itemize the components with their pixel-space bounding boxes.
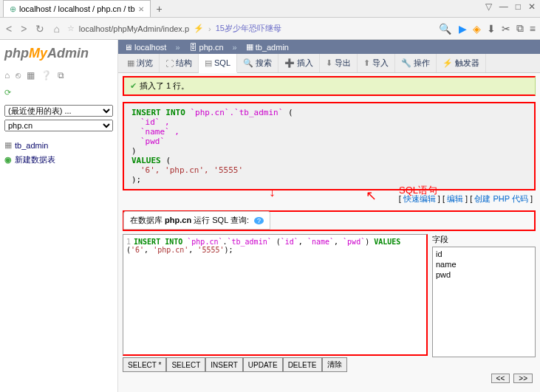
breadcrumb: 🖥 localhost » 🗄 php.cn » ▦ tb_admin [118,40,540,54]
extension-icon[interactable]: ◈ [473,23,481,35]
refresh-row: ⟳ [4,86,113,105]
help-icon[interactable]: ⧉ [58,70,64,80]
search-icon[interactable]: 🔍 [437,23,453,35]
phpmyadmin-logo[interactable]: phpMyAdmin [4,43,113,67]
breadcrumb-server[interactable]: 🖥 localhost [124,42,166,52]
update-button[interactable]: UPDATE [243,357,283,372]
insert-icon: ➕ [284,58,295,68]
recent-tables-select[interactable]: (最近使用的表) ... [4,105,113,117]
shield-icon[interactable]: ▽ [485,1,492,12]
arrow-down-icon: ↓ [269,185,276,200]
new-tab-button[interactable]: + [151,3,168,15]
success-text: 插入了 1 行。 [140,80,189,92]
help-badge-icon[interactable]: ? [254,217,264,224]
query-panel: ↓ 在数据库 php.cn 运行 SQL 查询: ? [123,210,536,231]
tab-import[interactable]: ⬆导入 [358,54,395,72]
operations-icon: 🔧 [401,58,411,68]
prev-button[interactable]: << [491,374,510,383]
sql-icon[interactable]: ▦ [27,70,35,80]
tab-triggers[interactable]: ⚡触发器 [437,54,486,72]
tab-browse[interactable]: ▦浏览 [121,54,160,72]
clear-button[interactable]: 清除 [322,357,347,372]
cut-icon[interactable]: ✂ [502,23,510,35]
tab-sql[interactable]: ▤SQL [199,54,237,73]
insert-button[interactable]: INSERT [205,357,243,372]
tab-close-icon[interactable]: ✕ [138,5,144,13]
import-icon: ⬆ [363,58,370,68]
sql-tab-icon: ▤ [205,58,212,68]
field-item[interactable]: name [436,259,532,269]
browser-tab-active[interactable]: ⊕ localhost / localhost / php.cn / tb ✕ [3,0,151,17]
new-table-button[interactable]: ◉ 新建数据表 [4,151,113,168]
export-icon: ⬇ [326,58,332,68]
create-php-link[interactable]: 创建 PHP 代码 [474,194,528,203]
field-list[interactable]: id name pwd [432,247,536,357]
edit-link[interactable]: 编辑 [447,194,463,203]
copy-icon[interactable]: ⧉ [516,22,524,35]
download-icon[interactable]: ⬇ [487,23,496,35]
db-tree: ▦ tb_admin ◉ 新建数据表 [4,139,113,168]
browser-tabs: ⊕ localhost / localhost / php.cn / tb ✕ … [0,0,540,18]
reload-button[interactable]: ↻ [34,23,46,35]
breadcrumb-db[interactable]: 🗄 php.cn [189,42,224,52]
table-item-tb_admin[interactable]: ▦ tb_admin [4,139,113,151]
globe-icon: ⊕ [10,4,16,14]
menu-icon[interactable]: ≡ [530,23,536,35]
logo-php: php [4,46,29,61]
result-links: [ 快速编辑 ] [ 编辑 ] [ 创建 PHP 代码 ] [118,190,540,207]
logo-admin: Admin [47,46,89,61]
breadcrumb-table[interactable]: ▦ tb_admin [246,42,289,52]
fields-label: 字段 [432,234,536,245]
docs-icon[interactable]: ❔ [41,70,52,80]
breadcrumb-sep: » [233,42,237,52]
database-select[interactable]: php.cn [4,120,113,131]
minimize-button[interactable]: — [499,1,508,12]
sql-editor[interactable]: 1INSERT INTO `php.cn`.`tb_admin` (`id`, … [123,234,428,356]
browser-toolbar: < > ↻ ⌂ ☆ localhost/phpMyAdmin/index.p ⚡… [0,18,540,40]
plus-icon: ◉ [4,155,12,165]
dropdown-icon[interactable]: › [208,24,211,33]
field-nav-buttons: << >> [118,372,540,385]
delete-button[interactable]: DELETE [283,357,322,372]
tab-operations[interactable]: 🔧操作 [395,54,437,72]
field-panel: 字段 id name pwd [432,234,536,357]
arrow-sql-icon: ↖ [366,188,377,204]
logout-icon[interactable]: ⎋ [16,70,21,80]
bookmark-icon[interactable]: ☆ [67,24,75,33]
success-message: ✔ 插入了 1 行。 [123,76,536,96]
field-item[interactable]: pwd [436,269,532,280]
maximize-button[interactable]: □ [516,1,521,12]
play-icon[interactable]: ▶ [459,23,467,35]
tab-search[interactable]: 🔍搜索 [237,54,278,72]
line-number: 1 [126,238,131,246]
window-controls: ▽ — □ ✕ [485,1,536,12]
annotation-sql: SQL语句 [399,184,437,197]
browse-icon: ▦ [127,58,134,68]
breadcrumb-sep: » [175,42,180,52]
select-all-button[interactable]: SELECT * [123,357,166,372]
pma-tabs: ▦浏览 ⛶结构 ▤SQL 🔍搜索 ➕插入 ⬇导出 ⬆导入 🔧操作 ⚡触发器 [118,54,540,73]
query-header: 在数据库 php.cn 运行 SQL 查询: ? [123,211,270,230]
url-bar[interactable]: ☆ localhost/phpMyAdmin/index.p ⚡ › 15岁少年… [67,23,431,34]
sidebar: phpMyAdmin ⌂ ⎋ ▦ ❔ ⧉ ⟳ (最近使用的表) ... php.… [0,40,118,392]
tab-title: localhost / localhost / php.cn / tb [19,4,135,13]
table-name: tb_admin [15,141,48,150]
tab-export[interactable]: ⬇导出 [320,54,358,72]
triggers-icon: ⚡ [442,58,453,68]
tab-structure[interactable]: ⛶结构 [160,54,199,72]
sql-result-box: INSERT INTO `php.cn`.`tb_admin` ( `id` ,… [123,102,536,190]
next-button[interactable]: >> [513,374,533,383]
new-table-label: 新建数据表 [15,154,55,165]
home-button[interactable]: ⌂ [52,23,61,35]
home-icon[interactable]: ⌂ [4,70,10,80]
tab-insert[interactable]: ➕插入 [278,54,320,72]
field-item[interactable]: id [436,249,532,259]
logo-my: My [29,46,47,61]
refresh-icon[interactable]: ⟳ [4,88,11,97]
query-header-outline: 在数据库 php.cn 运行 SQL 查询: ? [123,210,536,231]
select-button[interactable]: SELECT [166,357,205,372]
suggestion-link[interactable]: 15岁少年恐吓继母 [216,23,281,34]
close-window-button[interactable]: ✕ [528,1,536,12]
back-button[interactable]: < [4,23,13,35]
forward-button[interactable]: > [19,23,28,35]
